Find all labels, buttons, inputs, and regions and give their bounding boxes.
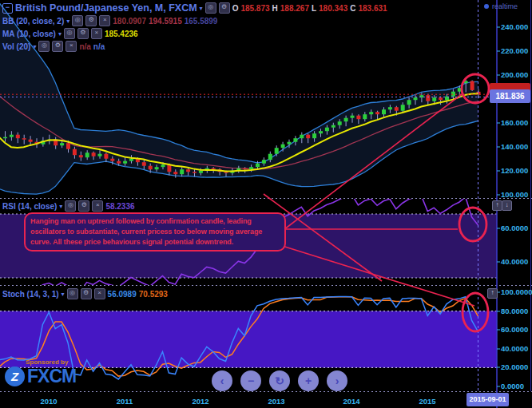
stoch-legend-row: Stoch (14, 3, 1) ▾ ◎ ⚙ × 56.0989 70.5293 <box>2 288 168 299</box>
axis-tick-label: 0.0000 <box>501 382 524 390</box>
ma-close-icon[interactable]: × <box>91 28 102 39</box>
rsi-value: 58.2336 <box>105 202 134 211</box>
axis-tick-label: 80.0000 <box>501 307 528 315</box>
symbol-source-icon[interactable]: ◎ <box>205 2 216 14</box>
bb-settings-icon[interactable]: ⚙ <box>85 15 97 26</box>
annotation-line: Hanging man on uptrend followed by confi… <box>30 216 280 227</box>
vol-settings-icon[interactable]: ⚙ <box>52 41 63 52</box>
rsi-pane-move-down-button[interactable]: ↓ <box>502 200 512 211</box>
chevron-down-icon[interactable]: ▾ <box>66 18 69 25</box>
zoom-in-button[interactable]: + <box>298 370 319 391</box>
stoch-d-value: 70.5293 <box>139 290 168 299</box>
bb-legend-row: BB (20, close, 2) ▾ ◎ ⚙ × 180.0907 194.5… <box>2 15 217 26</box>
annotation-line: oscillators to substantiate, current pri… <box>30 227 280 237</box>
chevron-down-icon[interactable]: ▾ <box>62 291 65 298</box>
vol-close-icon[interactable]: × <box>66 41 77 52</box>
rsi-close-icon[interactable]: × <box>92 200 103 212</box>
close-value: 183.631 <box>358 4 387 13</box>
bb-lower-value: 165.5899 <box>185 17 218 26</box>
open-value: 185.873 <box>240 4 269 13</box>
sponsor-logo[interactable]: Sponsored by Z FXCM <box>5 358 76 387</box>
high-value: 188.267 <box>280 4 309 13</box>
low-value: 180.343 <box>319 4 347 13</box>
reset-view-button[interactable]: ↻ <box>269 370 290 391</box>
bb-upper-value: 194.5915 <box>149 17 182 26</box>
axis-tick-label: 40.0000 <box>501 344 528 353</box>
vol-ma-value: n/a <box>93 42 105 51</box>
ma-settings-icon[interactable]: ⚙ <box>77 28 89 39</box>
chart-nav-controls: ‹ − ↻ + › <box>212 370 347 391</box>
axis-tick-label: 100.0000 <box>501 287 532 296</box>
ma-label[interactable]: MA (10, close) <box>2 30 56 38</box>
open-key: O <box>232 4 239 13</box>
chevron-down-icon[interactable]: ▾ <box>200 5 203 12</box>
stoch-k-value: 56.0989 <box>108 290 137 299</box>
rsi-legend-row: RSI (14, close) ▾ ◎ ⚙ × 58.2336 <box>2 200 135 212</box>
rsi-settings-icon[interactable]: ⚙ <box>78 200 89 212</box>
ma-value: 185.4236 <box>105 30 138 38</box>
time-axis-year-label: 2011 <box>107 397 142 406</box>
fxcm-wordmark: FXCM <box>27 366 76 387</box>
stoch-close-icon[interactable]: × <box>94 288 105 299</box>
rsi-label[interactable]: RSI (14, close) <box>2 202 57 211</box>
axis-tick-label: 60.0000 <box>501 325 528 334</box>
time-axis-year-label: 2015 <box>410 397 445 406</box>
symbol-settings-icon[interactable]: ⚙ <box>219 2 230 14</box>
axis-tick-label: 200.000 <box>501 70 528 79</box>
rsi-eye-icon[interactable]: ◎ <box>65 200 76 212</box>
crosshair-price-label: 181.836 <box>490 89 530 103</box>
realtime-label: realtime <box>492 2 518 10</box>
sponsored-by-label: Sponsored by <box>26 358 76 366</box>
vol-legend-row: Vol (20) ▾ ◎ ⚙ × n/a n/a <box>2 41 105 52</box>
stoch-settings-icon[interactable]: ⚙ <box>81 288 92 299</box>
axis-tick-label: 240.000 <box>501 22 528 31</box>
stoch-label[interactable]: Stoch (14, 3, 1) <box>2 290 59 299</box>
zoom-out-button[interactable]: − <box>240 370 261 391</box>
bb-close-icon[interactable]: × <box>99 15 110 26</box>
symbol-legend-row: − British Pound/Japanese Yen, M, FXCM ▾ … <box>2 2 387 14</box>
time-axis-year-label: 2013 <box>259 397 294 406</box>
collapse-legend-icon[interactable]: − <box>2 3 13 14</box>
crosshair-date-label: 2015-09-01 <box>466 393 509 406</box>
axis-tick-label: 160.000 <box>501 118 528 127</box>
axis-tick-label: 220.000 <box>501 46 528 55</box>
scroll-right-button[interactable]: › <box>327 370 347 391</box>
chevron-down-icon[interactable]: ▾ <box>58 30 62 38</box>
ma-legend-row: MA (10, close) ▾ ◎ ⚙ × 185.4236 <box>2 28 138 39</box>
stoch-pane-move-up-button[interactable]: ↑ <box>487 288 498 299</box>
fxcm-logo-icon: Z <box>5 366 25 386</box>
bb-basis-value: 180.0907 <box>113 17 146 26</box>
axis-tick-label: 60.0000 <box>501 224 528 232</box>
time-axis-year-label: 2010 <box>31 397 66 406</box>
scroll-left-button[interactable]: ‹ <box>212 370 232 391</box>
vol-label[interactable]: Vol (20) <box>2 42 30 51</box>
high-key: H <box>272 4 278 13</box>
low-key: L <box>312 4 316 13</box>
axis-tick-label: 140.000 <box>501 142 528 151</box>
axis-tick-label: 40.0000 <box>501 257 528 266</box>
realtime-dot-icon <box>484 4 489 9</box>
bb-label[interactable]: BB (20, close, 2) <box>2 17 64 26</box>
time-axis-year-label: 2012 <box>183 397 218 406</box>
trading-chart-window: − British Pound/Japanese Yen, M, FXCM ▾ … <box>0 0 532 408</box>
stoch-eye-icon[interactable]: ◎ <box>67 288 78 299</box>
annotation-line: curve. All these price behaviours signal… <box>30 237 280 248</box>
time-axis-year-label: 2014 <box>334 397 369 406</box>
axis-tick-label: 100.000 <box>501 190 528 199</box>
realtime-status: realtime <box>484 2 518 10</box>
symbol-title[interactable]: British Pound/Japanese Yen, M, FXCM <box>15 2 197 14</box>
vol-eye-icon[interactable]: ◎ <box>38 41 50 52</box>
chevron-down-icon[interactable]: ▾ <box>33 43 36 50</box>
bb-eye-icon[interactable]: ◎ <box>72 15 83 26</box>
axis-tick-label: 20.0000 <box>501 362 528 371</box>
chevron-down-icon[interactable]: ▾ <box>59 203 62 210</box>
close-key: C <box>350 4 355 13</box>
vol-value: n/a <box>79 42 90 51</box>
annotation-note: Hanging man on uptrend followed by confi… <box>24 212 286 252</box>
ma-eye-icon[interactable]: ◎ <box>64 28 75 39</box>
axis-tick-label: 120.000 <box>501 166 528 175</box>
